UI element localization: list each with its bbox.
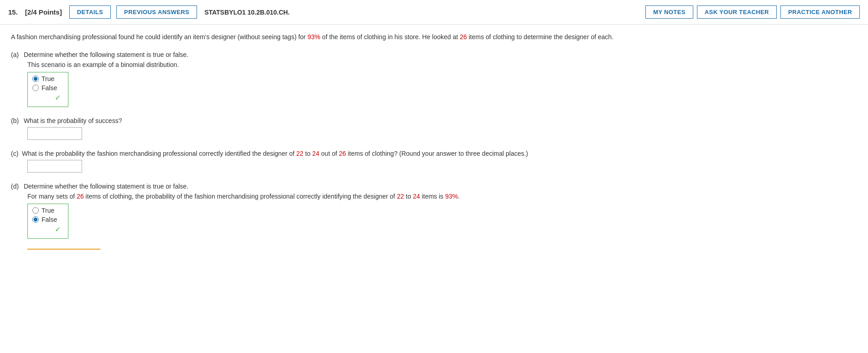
- part-d-subtext: For many sets of 26 items of clothing, t…: [27, 193, 857, 200]
- part-d: (d) Determine whether the following stat…: [11, 183, 857, 239]
- part-d-letter: (d): [11, 183, 22, 190]
- part-b-label: (b) What is the probability of success?: [11, 117, 857, 124]
- intro-text-after-93: of the items of clothing in his store. H…: [320, 33, 460, 41]
- header-right-buttons: MY NOTES ASK YOUR TEACHER PRACTICE ANOTH…: [645, 5, 860, 19]
- content-area: A fashion merchandising professional fou…: [0, 25, 868, 263]
- part-a-true-radio[interactable]: [32, 76, 39, 82]
- part-c-text-to: to: [303, 150, 312, 157]
- part-d-false-option[interactable]: False: [32, 216, 62, 223]
- part-c-text-after-26: items of clothing? (Round your answer to…: [346, 150, 528, 157]
- part-d-radio-box: True False ✓: [27, 204, 68, 239]
- part-a: (a) Determine whether the following stat…: [11, 51, 857, 107]
- question-number: 15.: [8, 8, 18, 16]
- part-d-checkmark: ✓: [32, 225, 62, 234]
- intro-text-before-93: A fashion merchandising professional fou…: [11, 33, 307, 41]
- intro-text-end: items of clothing to determine the desig…: [467, 33, 613, 41]
- part-d-label: (d) Determine whether the following stat…: [11, 183, 857, 190]
- part-b-question: What is the probability of success?: [24, 117, 122, 124]
- part-c-num-24: 24: [312, 150, 320, 157]
- part-c-text-out-of: out of: [319, 150, 339, 157]
- part-c-input[interactable]: [27, 160, 82, 173]
- points-label: [2/4 Points]: [25, 8, 62, 16]
- details-button[interactable]: DETAILS: [69, 5, 111, 19]
- part-a-false-option[interactable]: False: [32, 84, 62, 92]
- my-notes-button[interactable]: MY NOTES: [645, 5, 693, 19]
- part-d-num-26: 26: [77, 193, 84, 200]
- intro-text: A fashion merchandising professional fou…: [11, 32, 857, 42]
- part-b: (b) What is the probability of success?: [11, 117, 857, 140]
- header-bar: 15. [2/4 Points] DETAILS PREVIOUS ANSWER…: [0, 0, 868, 25]
- part-a-question: Determine whether the following statemen…: [24, 51, 188, 58]
- part-a-checkmark: ✓: [32, 93, 62, 102]
- part-d-true-label: True: [42, 207, 54, 214]
- part-a-true-option[interactable]: True: [32, 75, 62, 82]
- practice-another-button[interactable]: PRACTICE ANOTHER: [780, 5, 860, 19]
- part-d-subtext-before-26: For many sets of: [27, 193, 77, 200]
- intro-num-26: 26: [460, 33, 467, 41]
- part-d-num-22: 22: [397, 193, 404, 200]
- part-c: (c)What is the probability the fashion m…: [11, 150, 857, 173]
- part-c-letter: (c): [11, 150, 22, 157]
- part-d-subtext-after-26: items of clothing, the probability of th…: [84, 193, 397, 200]
- part-c-label: (c)What is the probability the fashion m…: [11, 150, 857, 157]
- part-a-true-label: True: [42, 75, 54, 82]
- part-a-label: (a) Determine whether the following stat…: [11, 51, 857, 58]
- part-d-num-24: 24: [413, 193, 420, 200]
- part-c-num-26: 26: [339, 150, 346, 157]
- bottom-separator: [27, 249, 100, 250]
- problem-code: STATSBYLO1 10.2B.010.CH.: [204, 9, 640, 16]
- part-b-letter: (b): [11, 117, 22, 124]
- part-c-question-before-22: What is the probability the fashion merc…: [22, 150, 296, 157]
- part-d-subtext-end: .: [458, 193, 460, 200]
- part-a-false-label: False: [42, 84, 57, 92]
- part-a-letter: (a): [11, 51, 22, 58]
- part-d-question: Determine whether the following statemen…: [24, 183, 188, 190]
- part-d-true-radio[interactable]: [32, 207, 39, 214]
- part-d-true-option[interactable]: True: [32, 207, 62, 214]
- previous-answers-button[interactable]: PREVIOUS ANSWERS: [116, 5, 197, 19]
- part-a-false-radio[interactable]: [32, 85, 39, 91]
- part-d-false-label: False: [42, 216, 57, 223]
- intro-pct-93: 93%: [307, 33, 320, 41]
- part-a-radio-box: True False ✓: [27, 72, 68, 107]
- part-d-false-radio[interactable]: [32, 216, 39, 223]
- ask-teacher-button[interactable]: ASK YOUR TEACHER: [697, 5, 777, 19]
- part-c-num-22: 22: [296, 150, 304, 157]
- part-a-subtext: This scenario is an example of a binomia…: [27, 61, 857, 68]
- part-b-input[interactable]: [27, 127, 82, 140]
- part-d-pct-93: 93%: [445, 193, 458, 200]
- part-d-subtext-to: to: [404, 193, 413, 200]
- part-d-subtext-items-is: items is: [420, 193, 445, 200]
